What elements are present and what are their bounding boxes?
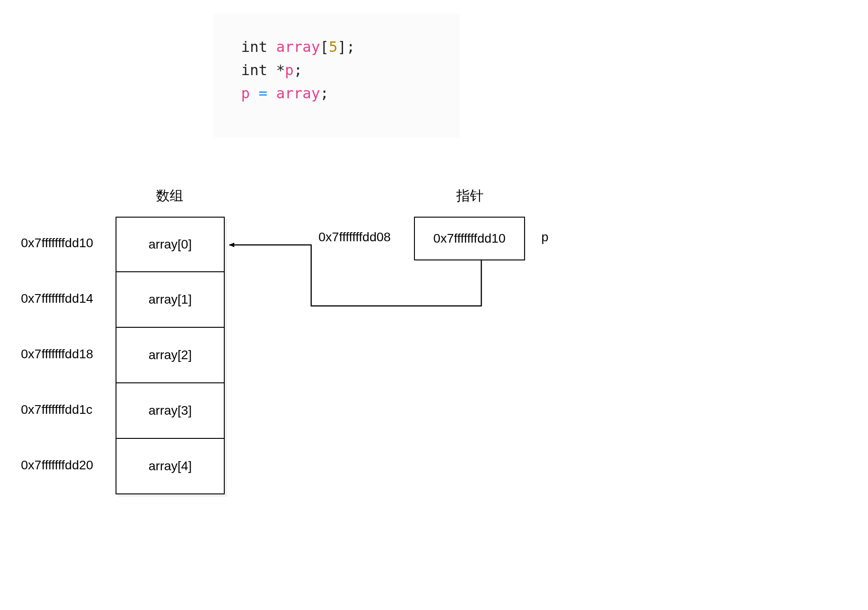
addr-label-4: 0x7fffffffdd20 <box>21 458 93 473</box>
array-cell-2: array[2] <box>116 328 225 383</box>
code-lbracket: [ <box>320 38 328 56</box>
code-id-array-rhs: array <box>276 85 320 102</box>
array-title: 数组 <box>156 187 183 205</box>
array-cell-label: array[3] <box>149 403 192 418</box>
code-size-5: 5 <box>329 38 338 56</box>
array-cell-label: array[2] <box>149 348 192 362</box>
code-rbracket-semi: ]; <box>338 38 355 56</box>
addr-label-0: 0x7fffffffdd10 <box>21 236 93 250</box>
code-id-p-assign: p <box>241 85 250 102</box>
code-id-array-decl: array <box>276 38 320 56</box>
array-column: array[0] array[1] array[2] array[3] arra… <box>116 217 225 494</box>
pointer-box: 0x7fffffffdd10 <box>414 217 525 260</box>
array-cell-4: array[4] <box>116 439 225 494</box>
array-cell-label: array[1] <box>149 292 192 307</box>
code-line-2: int *p; <box>241 59 432 82</box>
code-block: int array[5]; int *p; p = array; <box>214 14 459 137</box>
array-cell-1: array[1] <box>116 272 225 328</box>
code-kw-int-1: int <box>241 38 276 56</box>
code-kw-int-2: int <box>241 61 276 79</box>
pointer-addr-label: 0x7fffffffdd08 <box>318 230 391 244</box>
pointer-name-label: p <box>541 230 549 244</box>
pointer-title: 指针 <box>456 187 484 205</box>
code-line-1: int array[5]; <box>241 36 432 59</box>
addr-label-2: 0x7fffffffdd18 <box>21 347 93 361</box>
diagram-canvas: int array[5]; int *p; p = array; 数组 指针 a… <box>0 0 868 610</box>
array-cell-0: array[0] <box>116 217 225 272</box>
code-semi-3: ; <box>320 85 328 102</box>
addr-label-1: 0x7fffffffdd14 <box>21 291 93 306</box>
pointer-value: 0x7fffffffdd10 <box>434 231 506 246</box>
array-cell-label: array[0] <box>149 237 192 252</box>
code-semi-2: ; <box>294 61 303 79</box>
addr-label-3: 0x7fffffffdd1c <box>21 402 92 417</box>
array-cell-label: array[4] <box>149 459 192 473</box>
array-cell-3: array[3] <box>116 383 225 439</box>
code-id-p-decl: p <box>285 61 293 79</box>
code-star: * <box>276 61 285 79</box>
code-line-3: p = array; <box>241 82 432 105</box>
code-eq: = <box>259 85 267 102</box>
